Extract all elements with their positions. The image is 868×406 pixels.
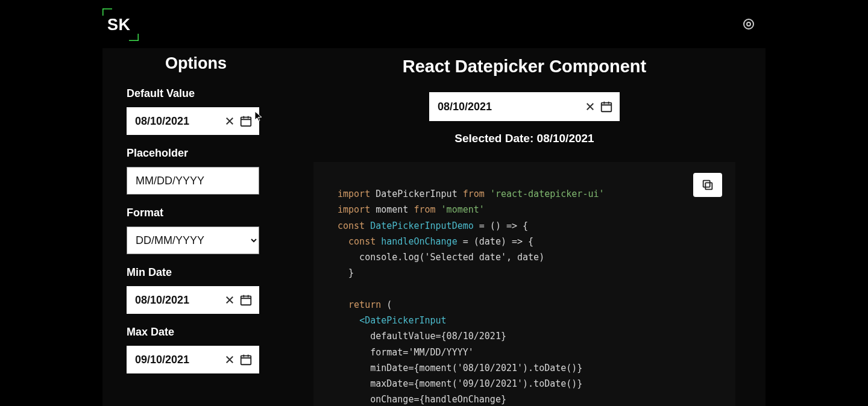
main-panel: React Datepicker Component 08/10/2021 Se… [283,48,766,406]
options-heading: Options [127,54,265,73]
svg-rect-6 [705,183,712,189]
top-bar: SK [0,0,868,48]
date-value: 08/10/2021 [135,115,223,128]
clear-icon[interactable] [223,114,236,128]
copy-icon [701,178,714,192]
option-label: Placeholder [127,147,265,160]
page-body: Options Default Value 08/10/2021 Placeho… [102,48,766,406]
format-select[interactable]: DD/MM/YYYY [127,226,259,254]
svg-rect-5 [602,103,612,112]
demo-date-input[interactable]: 08/10/2021 [429,92,620,121]
min-date-input[interactable]: 08/10/2021 [127,286,259,314]
placeholder-input[interactable] [127,167,259,195]
page-title: React Datepicker Component [403,57,647,77]
option-label: Default Value [127,87,265,100]
date-value: 08/10/2021 [135,294,223,307]
svg-point-1 [747,22,750,26]
clear-icon[interactable] [223,293,236,307]
code-block: import DatePickerInput from 'react-datep… [313,162,735,406]
max-date-input[interactable]: 09/10/2021 [127,346,259,373]
option-max-date: Max Date 09/10/2021 [127,326,265,373]
option-placeholder: Placeholder [127,147,265,195]
calendar-icon[interactable] [239,352,253,367]
copy-code-button[interactable] [693,173,722,197]
calendar-icon[interactable] [239,114,253,128]
svg-rect-3 [241,296,251,305]
clear-icon[interactable] [583,100,597,113]
option-label: Min Date [127,266,265,279]
date-value: 09/10/2021 [135,354,223,366]
option-label: Max Date [127,326,265,339]
demo-block: 08/10/2021 Selected Date: 08/10/2021 [429,92,620,145]
option-min-date: Min Date 08/10/2021 [127,266,265,314]
selected-date-label: Selected Date: 08/10/2021 [454,132,594,145]
svg-rect-7 [703,181,710,187]
svg-rect-4 [241,356,251,365]
clear-icon[interactable] [223,353,236,366]
option-default-value: Default Value 08/10/2021 [127,87,265,135]
option-format: Format DD/MM/YYYY [127,207,265,254]
svg-point-0 [744,19,753,29]
option-label: Format [127,207,265,219]
code-content: import DatePickerInput from 'react-datep… [338,186,717,406]
gear-icon[interactable] [741,17,756,31]
calendar-icon[interactable] [239,293,253,307]
date-value: 08/10/2021 [438,101,583,113]
svg-rect-2 [241,117,251,126]
options-sidebar: Options Default Value 08/10/2021 Placeho… [102,48,283,406]
calendar-icon[interactable] [599,99,614,114]
logo[interactable]: SK [102,8,139,41]
logo-text: SK [107,16,131,34]
default-value-input[interactable]: 08/10/2021 [127,107,259,135]
